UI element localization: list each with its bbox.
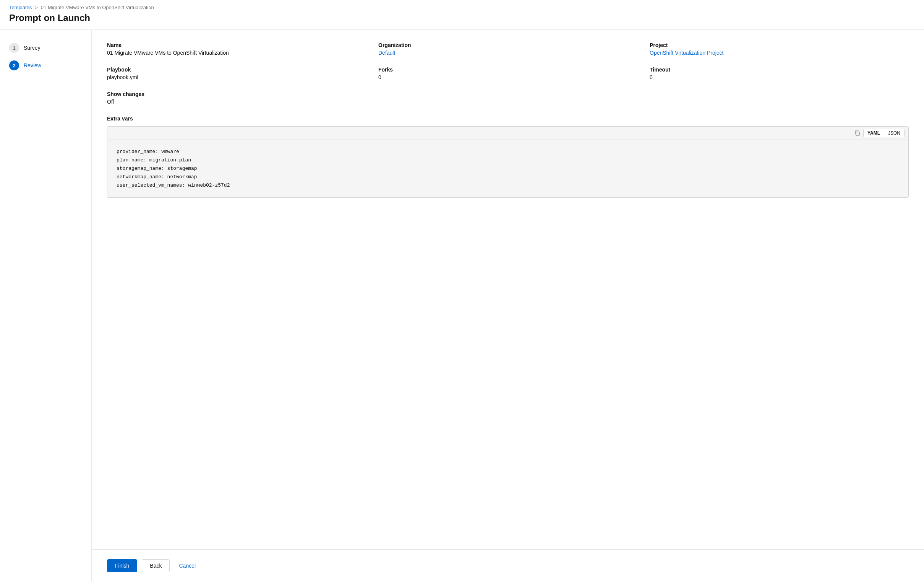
name-label: Name xyxy=(107,42,366,48)
sidebar-item-survey-label: Survey xyxy=(24,45,41,51)
back-button[interactable]: Back xyxy=(142,559,170,572)
json-button[interactable]: JSON xyxy=(884,129,904,137)
timeout-label: Timeout xyxy=(650,66,909,73)
project-value[interactable]: OpenShift Virtualization Project xyxy=(650,50,909,56)
playbook-block: Playbook playbook.yml xyxy=(107,66,366,80)
step-badge-2: 2 xyxy=(9,60,19,70)
finish-button[interactable]: Finish xyxy=(107,559,137,572)
timeout-value: 0 xyxy=(650,74,909,80)
cancel-button[interactable]: Cancel xyxy=(174,560,200,572)
content-area: Name 01 Migrate VMware VMs to OpenShift … xyxy=(92,30,924,302)
extra-vars-section: Extra vars YAML JSON xyxy=(107,116,909,198)
forks-block: Forks 0 xyxy=(378,66,637,80)
project-block: Project OpenShift Virtualization Project xyxy=(650,42,909,56)
footer-actions: Finish Back Cancel xyxy=(92,550,924,581)
copy-icon[interactable] xyxy=(854,130,860,136)
forks-value: 0 xyxy=(378,74,637,80)
details-grid: Name 01 Migrate VMware VMs to OpenShift … xyxy=(107,42,909,105)
forks-label: Forks xyxy=(378,66,637,73)
svg-rect-0 xyxy=(856,132,860,136)
yaml-button[interactable]: YAML xyxy=(864,129,884,137)
format-btn-group: YAML JSON xyxy=(863,129,904,137)
code-toolbar: YAML JSON xyxy=(107,127,908,140)
sidebar-item-review[interactable]: 2 Review xyxy=(0,56,91,74)
sidebar-item-survey[interactable]: 1 Survey xyxy=(0,39,91,56)
org-label: Organization xyxy=(378,42,637,48)
breadcrumb-current: 01 Migrate VMware VMs to OpenShift Virtu… xyxy=(41,5,154,10)
breadcrumb: Templates > 01 Migrate VMware VMs to Ope… xyxy=(9,5,915,10)
breadcrumb-separator: > xyxy=(35,5,38,10)
show-changes-block: Show changes Off xyxy=(107,91,366,105)
timeout-block: Timeout 0 xyxy=(650,66,909,80)
step-badge-1: 1 xyxy=(9,43,19,53)
extra-vars-content: provider_name: vmware plan_name: migrati… xyxy=(107,140,908,197)
org-value[interactable]: Default xyxy=(378,50,637,56)
show-changes-label: Show changes xyxy=(107,91,366,97)
playbook-value: playbook.yml xyxy=(107,74,366,80)
playbook-label: Playbook xyxy=(107,66,366,73)
extra-vars-box: YAML JSON provider_name: vmware plan_nam… xyxy=(107,126,909,198)
name-value: 01 Migrate VMware VMs to OpenShift Virtu… xyxy=(107,50,366,56)
sidebar-item-review-label: Review xyxy=(24,62,41,68)
show-changes-value: Off xyxy=(107,99,366,105)
extra-vars-label: Extra vars xyxy=(107,116,909,122)
org-block: Organization Default xyxy=(378,42,637,56)
page-title: Prompt on Launch xyxy=(9,13,915,28)
sidebar: 1 Survey 2 Review xyxy=(0,30,92,581)
name-block: Name 01 Migrate VMware VMs to OpenShift … xyxy=(107,42,366,56)
breadcrumb-templates-link[interactable]: Templates xyxy=(9,5,32,10)
project-label: Project xyxy=(650,42,909,48)
